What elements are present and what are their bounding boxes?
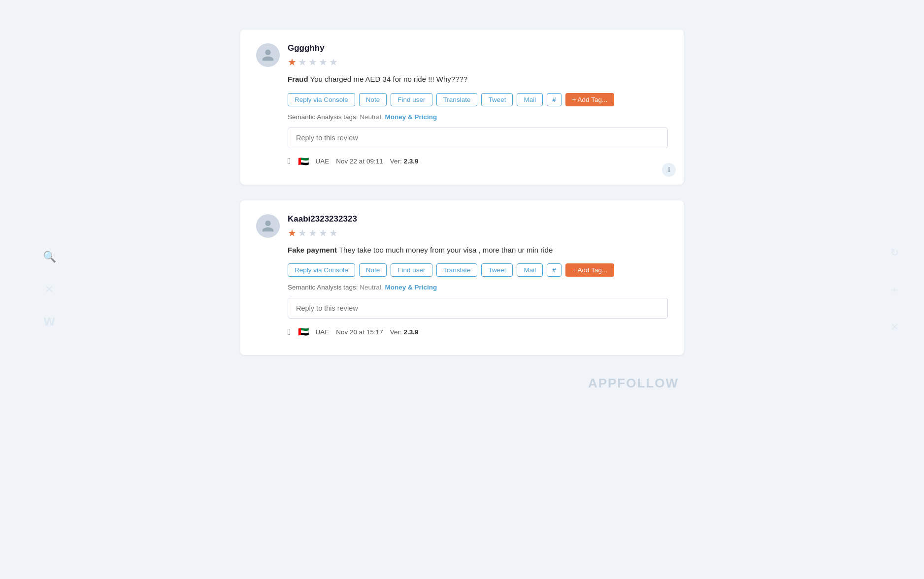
note-btn-2[interactable]: Note — [359, 263, 387, 277]
semantic-neutral-2: Neutral, — [360, 284, 383, 291]
date-2: Nov 20 at 15:17 — [336, 328, 383, 336]
semantic-neutral-1: Neutral, — [360, 113, 383, 121]
semantic-tags-1: Semantic Analysis tags: Neutral, Money &… — [288, 113, 668, 121]
star-2-3: ★ — [308, 227, 317, 239]
review-footer-1:  🇦🇪 UAE Nov 22 at 09:11 Ver: 2.3.9 — [288, 156, 668, 167]
close-icon-right: ✕ — [891, 321, 899, 333]
review-body-2: They take too much money from your visa … — [337, 246, 553, 254]
reply-console-btn-1[interactable]: Reply via Console — [288, 93, 355, 106]
version-2: Ver: 2.3.9 — [390, 328, 419, 336]
review-header-2: Kaabi2323232323 ★ ★ ★ ★ ★ Fake payment T… — [256, 214, 668, 338]
country-1: UAE — [316, 158, 330, 165]
review-meta-2: Kaabi2323232323 ★ ★ ★ ★ ★ Fake payment T… — [288, 214, 668, 338]
flag-1: 🇦🇪 — [298, 156, 309, 167]
close-icon: ✕ — [45, 283, 54, 296]
user-icon-2 — [261, 219, 275, 233]
star-2-5: ★ — [329, 227, 338, 239]
note-btn-1[interactable]: Note — [359, 93, 387, 106]
right-sidebar: ↻ ＋ ✕ — [865, 0, 924, 579]
review-header-1: Gggghhy ★ ★ ★ ★ ★ Fraud You charged me A… — [256, 43, 668, 167]
semantic-money-1: Money & Pricing — [385, 113, 437, 121]
semantic-label-2: Semantic Analysis tags: — [288, 284, 358, 291]
add-tag-btn-1[interactable]: + Add Tag... — [565, 93, 614, 106]
semantic-label-1: Semantic Analysis tags: — [288, 113, 358, 121]
review-card-1: Gggghhy ★ ★ ★ ★ ★ Fraud You charged me A… — [240, 30, 684, 185]
star-1-3: ★ — [308, 56, 317, 68]
text-icon: 𝗪 — [43, 316, 55, 328]
refresh-icon: ↻ — [891, 247, 899, 258]
review-meta-1: Gggghhy ★ ★ ★ ★ ★ Fraud You charged me A… — [288, 43, 668, 167]
star-1-4: ★ — [319, 56, 328, 68]
reply-input-2[interactable] — [288, 298, 668, 319]
country-2: UAE — [316, 328, 330, 336]
card-info-icon-1[interactable]: ℹ — [662, 163, 676, 177]
star-1-1: ★ — [288, 56, 297, 68]
review-text-1: Fraud You charged me AED 34 for no ride … — [288, 74, 668, 85]
hash-btn-1[interactable]: # — [547, 93, 561, 106]
tweet-btn-2[interactable]: Tweet — [481, 263, 513, 277]
star-1-5: ★ — [329, 56, 338, 68]
review-footer-2:  🇦🇪 UAE Nov 20 at 15:17 Ver: 2.3.9 — [288, 326, 668, 337]
review-text-2: Fake payment They take too much money fr… — [288, 245, 668, 256]
review-bold-1: Fraud — [288, 75, 308, 83]
semantic-tags-2: Semantic Analysis tags: Neutral, Money &… — [288, 284, 668, 291]
review-body-1: You charged me AED 34 for no ride !!! Wh… — [308, 75, 468, 83]
avatar-2 — [256, 214, 280, 238]
stars-1: ★ ★ ★ ★ ★ — [288, 56, 668, 68]
translate-btn-1[interactable]: Translate — [436, 93, 478, 106]
search-icon: 🔍 — [43, 251, 56, 263]
semantic-money-2: Money & Pricing — [385, 284, 437, 291]
apple-icon-2:  — [288, 327, 291, 337]
tweet-btn-1[interactable]: Tweet — [481, 93, 513, 106]
plus-icon: ＋ — [890, 283, 899, 296]
hash-btn-2[interactable]: # — [547, 263, 561, 277]
find-user-btn-1[interactable]: Find user — [391, 93, 432, 106]
translate-btn-2[interactable]: Translate — [436, 263, 478, 277]
date-1: Nov 22 at 09:11 — [336, 158, 383, 165]
reviewer-name-2: Kaabi2323232323 — [288, 214, 668, 224]
find-user-btn-2[interactable]: Find user — [391, 263, 432, 277]
star-2-1: ★ — [288, 227, 297, 239]
stars-2: ★ ★ ★ ★ ★ — [288, 227, 668, 239]
star-2-4: ★ — [319, 227, 328, 239]
user-icon-1 — [261, 48, 275, 62]
apple-icon-1:  — [288, 156, 291, 166]
action-buttons-2: Reply via Console Note Find user Transla… — [288, 263, 668, 277]
review-bold-2: Fake payment — [288, 246, 337, 254]
reviewer-name-1: Gggghhy — [288, 43, 668, 53]
mail-btn-1[interactable]: Mail — [517, 93, 543, 106]
star-1-2: ★ — [298, 56, 307, 68]
reply-console-btn-2[interactable]: Reply via Console — [288, 263, 355, 277]
avatar-1 — [256, 43, 280, 67]
left-sidebar: 🔍 ✕ 𝗪 — [0, 0, 99, 579]
review-card-2: Kaabi2323232323 ★ ★ ★ ★ ★ Fake payment T… — [240, 200, 684, 355]
appfollow-brand: APPFOLLOW — [240, 376, 684, 391]
action-buttons-1: Reply via Console Note Find user Transla… — [288, 93, 668, 106]
version-1: Ver: 2.3.9 — [390, 158, 419, 165]
flag-2: 🇦🇪 — [298, 326, 309, 337]
add-tag-btn-2[interactable]: + Add Tag... — [565, 263, 614, 277]
reviews-list: Gggghhy ★ ★ ★ ★ ★ Fraud You charged me A… — [240, 30, 684, 391]
mail-btn-2[interactable]: Mail — [517, 263, 543, 277]
reply-input-1[interactable] — [288, 128, 668, 148]
star-2-2: ★ — [298, 227, 307, 239]
